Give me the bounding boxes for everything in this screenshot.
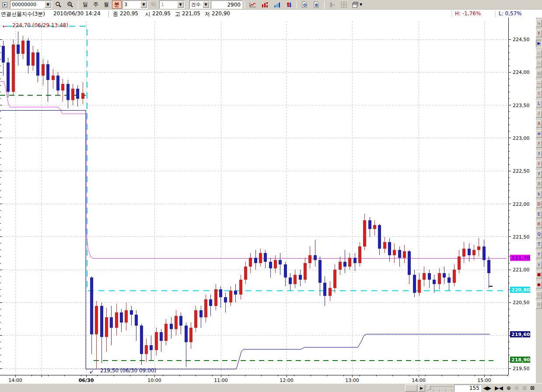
split-screen-button[interactable] xyxy=(339,0,349,9)
arrow-up-marker-tool-icon[interactable]: ↑ xyxy=(536,251,542,258)
chevron-down-icon[interactable]: ▼ xyxy=(203,1,209,8)
count-combobox[interactable]: 건수 ▼ xyxy=(189,0,210,9)
zoom-in-button[interactable] xyxy=(53,0,64,9)
horizontal-line-tool-icon[interactable]: — xyxy=(536,80,542,87)
expand-bars-button[interactable]: ◀▶ xyxy=(482,385,493,392)
day-marker-tool-icon[interactable]: D xyxy=(536,201,542,208)
candle-up xyxy=(61,84,64,90)
candle-up xyxy=(229,291,232,302)
candle-down xyxy=(224,297,227,302)
price-badge-label: 221,70 xyxy=(511,255,530,261)
chevron-down-icon[interactable]: ▼ xyxy=(177,1,184,8)
candle-down xyxy=(433,280,436,284)
screen-icon xyxy=(2,2,8,8)
minute-combobox[interactable]: 3 ▼ xyxy=(122,0,148,9)
zoom-area-button[interactable] xyxy=(65,0,76,9)
trading-chart-window: 00000000 ▼ 일 주 월 분 3 ▼ 틱 1 ▼ xyxy=(0,0,542,392)
candle-down xyxy=(46,64,49,80)
save-day-data-button[interactable]: D xyxy=(299,0,310,9)
event-marker-tool-icon[interactable]: E xyxy=(536,211,542,218)
chart-area[interactable]: 224,50224,00223,50223,00222,50222,00221,… xyxy=(0,17,536,383)
period-minute-button[interactable]: 분 xyxy=(112,0,122,9)
period-day-button[interactable]: 일 xyxy=(80,0,90,9)
header-divider xyxy=(108,10,109,17)
indicator-setup-tool-icon[interactable]: ↕ xyxy=(536,30,542,37)
list-tool-icon[interactable]: ▤ xyxy=(536,70,542,77)
candle-up xyxy=(308,255,311,263)
formula-draw-tool-icon[interactable]: f xyxy=(536,160,542,168)
magnifier-icon xyxy=(55,1,62,8)
clock-marker-tool-icon[interactable]: ① xyxy=(536,301,542,309)
fit-window-button[interactable]: ⊞ xyxy=(521,385,528,392)
formula-lines-tool-icon[interactable]: f xyxy=(536,170,542,178)
formula-chart-tool-icon[interactable]: f xyxy=(536,150,542,158)
line-chart-button[interactable] xyxy=(247,0,259,9)
x-axis-label: 13:00 xyxy=(345,378,359,383)
document-d-icon: D xyxy=(301,1,308,8)
vertical-line-tool-icon[interactable]: I xyxy=(536,90,542,97)
zoom-in-button[interactable]: ⊕ xyxy=(505,385,512,392)
line-chart-icon xyxy=(249,2,256,8)
candle-up xyxy=(239,280,242,295)
slider-handle[interactable] xyxy=(428,385,431,390)
candle-up xyxy=(95,306,98,334)
erase-tool-icon[interactable]: × xyxy=(536,60,542,67)
angle-line-tool-icon[interactable]: L xyxy=(536,100,542,108)
pivot-line xyxy=(0,81,507,258)
candlestick-chart[interactable]: 224,50224,00223,50223,00222,50222,00221,… xyxy=(0,17,536,383)
arrow-down-marker-tool-icon[interactable]: ↓ xyxy=(536,261,542,268)
price-annotation: 219,50 (06/30 09:00) xyxy=(100,368,156,374)
scroll-right-button[interactable]: ▶ xyxy=(418,385,425,392)
text-label-tool-icon[interactable]: T xyxy=(536,241,542,248)
period-week-button[interactable]: 주 xyxy=(91,0,101,9)
bar-chart-button[interactable] xyxy=(259,0,271,9)
candle-settings-button[interactable] xyxy=(327,0,338,9)
candle-down xyxy=(483,246,486,260)
visible-bars-input[interactable] xyxy=(454,385,481,392)
edit-tool-icon[interactable]: + xyxy=(536,50,542,57)
high-label: 고 xyxy=(175,10,180,18)
tick-combobox[interactable]: 1 ▼ xyxy=(159,0,185,9)
period-month-button[interactable]: 월 xyxy=(101,0,111,9)
save-bar-data-button[interactable]: B xyxy=(311,0,322,9)
scroll-page-button[interactable] xyxy=(405,385,417,392)
candle-up xyxy=(274,260,277,269)
y-axis-label: 219,50 xyxy=(513,366,530,371)
bar-count-input[interactable] xyxy=(211,0,242,9)
pointer-tool-icon[interactable]: ▶ xyxy=(536,40,542,47)
candle-down xyxy=(110,317,113,328)
candle-down xyxy=(398,250,401,258)
symbol-combobox[interactable]: 00000000 ▼ xyxy=(10,0,52,9)
chevron-down-icon[interactable]: ▼ xyxy=(45,1,51,8)
chart-datetime: 2010/06/30 14:24 xyxy=(53,10,101,17)
compress-bars-button[interactable]: ▶◀ xyxy=(493,385,504,392)
window-layout-button[interactable]: ▼ xyxy=(350,0,364,9)
range-marker-tool-icon[interactable]: R xyxy=(536,221,542,228)
candle-up xyxy=(189,328,192,342)
volume-chart-button[interactable] xyxy=(272,0,283,9)
chevron-down-icon[interactable]: ▼ xyxy=(140,1,147,8)
y-axis-label: 224,00 xyxy=(513,69,530,75)
status-bar: ▶ ◀▶▶◀⊕⊖⊞⊠ xyxy=(0,383,542,392)
candle-down xyxy=(388,242,391,255)
candle-up xyxy=(294,275,297,284)
zoom-out-button[interactable]: ⊖ xyxy=(513,385,520,392)
y-axis-label: 223,50 xyxy=(513,103,530,108)
parallel-lines-tool-icon[interactable]: ≡ xyxy=(536,130,542,138)
square-marker-tool-icon[interactable]: ■ xyxy=(536,271,542,278)
close-zoom-button[interactable]: ⊠ xyxy=(529,385,536,392)
trend-line-tool-icon[interactable]: / xyxy=(536,110,542,118)
circle-marker-tool-icon[interactable]: ● xyxy=(536,281,542,288)
updown-compare-button[interactable] xyxy=(284,0,294,9)
screen-select-icon[interactable] xyxy=(1,0,9,9)
candle-up xyxy=(363,220,366,246)
exit-chart-tool-icon[interactable]: ↘ xyxy=(536,20,542,27)
text-note-tool-icon[interactable]: A xyxy=(536,120,542,128)
position-slider[interactable] xyxy=(426,385,453,392)
formula-bars-tool-icon[interactable]: f xyxy=(536,140,542,148)
low-marker-tool-icon[interactable]: k xyxy=(536,191,542,198)
quote-marker-tool-icon[interactable]: Q xyxy=(536,231,542,238)
candle-up xyxy=(31,52,35,66)
cross-line-tool-icon[interactable]: X xyxy=(536,180,542,188)
ellipse-marker-tool-icon[interactable]: ○ xyxy=(536,291,542,298)
